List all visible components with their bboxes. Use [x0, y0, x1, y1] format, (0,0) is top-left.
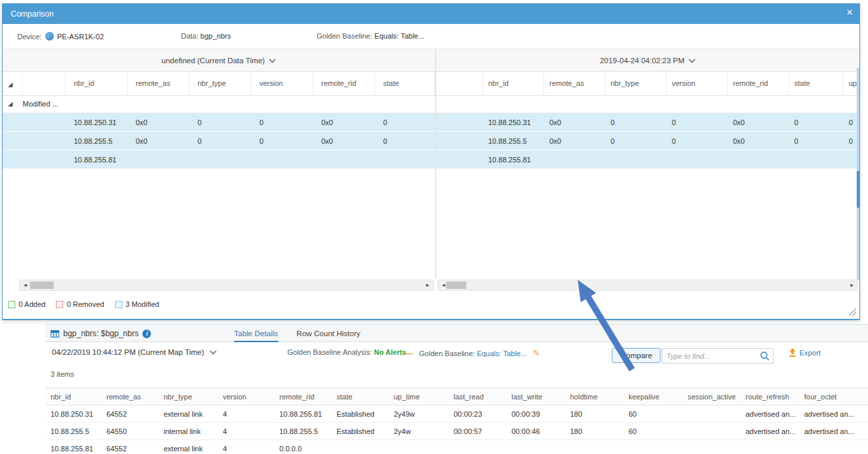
cell: [128, 150, 190, 168]
gb-value-link[interactable]: Equals: Table...: [477, 349, 527, 357]
cell: 60: [623, 423, 682, 440]
legend-removed: 0 Removed: [56, 300, 104, 308]
cell: [728, 150, 789, 168]
cell: [448, 440, 506, 454]
cell: [740, 440, 799, 454]
collapse-icon[interactable]: [3, 96, 23, 113]
table-row[interactable]: 10.88.255.81 64552 external link 4 0.0.0…: [45, 440, 868, 454]
cell: advertised an...: [740, 423, 799, 440]
column-header[interactable]: keepalive: [623, 387, 682, 405]
column-header[interactable]: nbr_id: [66, 72, 128, 95]
cell: [682, 423, 740, 440]
scrollbar-thumb[interactable]: [30, 282, 54, 289]
map-time-label: 04/22/2019 10:44:12 PM (Current Map Time…: [52, 348, 204, 356]
column-header[interactable]: state: [375, 72, 435, 95]
cell: [544, 150, 605, 168]
right-h-scrollbar[interactable]: ◄ ►: [438, 280, 858, 291]
group-row-modified[interactable]: Modified ...: [3, 96, 859, 113]
info-icon[interactable]: i: [142, 330, 151, 338]
scroll-left-icon[interactable]: ◄: [23, 282, 28, 288]
compare-button[interactable]: Compare: [612, 348, 660, 363]
cell: 0.0.0.0: [274, 440, 331, 454]
export-label: Export: [799, 349, 821, 357]
gb-analysis: Golden Baseline Analysis: No Alerts: [287, 348, 406, 356]
scroll-right-icon[interactable]: ►: [849, 282, 855, 288]
scrollbar-thumb[interactable]: [446, 282, 466, 289]
column-header[interactable]: remote_as: [128, 72, 190, 95]
panel-tabs: Table Details Row Count History: [234, 325, 361, 343]
panel-toolbar: 04/22/2019 10:44:12 PM (Current Map Time…: [45, 342, 868, 366]
close-icon[interactable]: ×: [847, 7, 853, 19]
scroll-left-icon[interactable]: ◄: [441, 282, 446, 288]
cell: 00:00:57: [448, 423, 506, 440]
column-header[interactable]: four_octet: [799, 387, 868, 405]
table-row[interactable]: 10.88.255.5 64550 internal link 4 10.88.…: [45, 423, 868, 440]
column-header[interactable]: up_time: [388, 387, 448, 405]
comparison-row[interactable]: 10.88.255.81 10.88.255.81: [3, 150, 859, 169]
left-time-selector[interactable]: undefined (Current Data Time): [3, 49, 435, 72]
tab-row-count-history[interactable]: Row Count History: [297, 325, 361, 343]
column-header[interactable]: version: [666, 72, 728, 95]
cell: 0: [251, 132, 313, 150]
resize-handle[interactable]: [848, 308, 856, 316]
cell: 10.88.255.5: [45, 423, 101, 440]
map-time-selector[interactable]: 04/22/2019 10:44:12 PM (Current Map Time…: [52, 348, 217, 356]
column-header[interactable]: remote_rid: [274, 387, 331, 405]
cell: 10.88.255.81: [274, 405, 331, 423]
cell: [251, 150, 313, 168]
column-header[interactable]: last_read: [448, 387, 506, 405]
cell: Established: [331, 423, 388, 440]
column-header[interactable]: version: [251, 72, 313, 95]
chevron-down-icon: [210, 350, 217, 355]
cell: 60: [623, 405, 682, 423]
legend-added: 0 Added: [8, 300, 45, 308]
column-header[interactable]: version: [217, 387, 274, 405]
search-icon[interactable]: [760, 351, 770, 361]
cell: 180: [565, 423, 623, 440]
cell: 0x0: [728, 113, 789, 131]
column-header[interactable]: nbr_id: [483, 72, 544, 95]
column-header[interactable]: state: [789, 72, 843, 95]
cell: [623, 440, 682, 454]
edit-pencil-icon[interactable]: ✎: [533, 348, 540, 358]
column-header[interactable]: remote_as: [544, 72, 605, 95]
column-header[interactable]: remote_rid: [728, 72, 789, 95]
left-h-scrollbar[interactable]: ◄ ►: [19, 280, 434, 291]
column-header[interactable]: remote_as: [101, 387, 158, 405]
scroll-right-icon[interactable]: ►: [425, 282, 430, 288]
dialog-title: Comparison: [11, 9, 54, 19]
column-header[interactable]: last_write: [506, 387, 565, 405]
column-header[interactable]: remote_rid: [313, 72, 375, 95]
search-input[interactable]: [666, 349, 753, 362]
column-header[interactable]: nbr_id: [45, 387, 101, 405]
cell: [388, 440, 448, 454]
table-details-panel: bgp_nbrs: $bgp_nbrs i Table Details Row …: [45, 324, 868, 454]
cell: 0: [375, 113, 435, 131]
cell: 4: [217, 423, 274, 440]
cell: 4: [217, 405, 274, 423]
column-header[interactable]: holdtime: [565, 387, 623, 405]
column-header[interactable]: nbr_type: [158, 387, 217, 405]
column-header[interactable]: route_refresh: [740, 387, 799, 405]
comparison-row[interactable]: 10.88.255.5 0x0 0 0 0x0 0 10.88.255.5 0x…: [3, 132, 859, 150]
column-header[interactable]: nbr_type: [190, 72, 251, 95]
table-header-row: nbr_id remote_as nbr_type version remote…: [45, 387, 868, 405]
table-row[interactable]: 10.88.250.31 64552 external link 4 10.88…: [45, 405, 868, 423]
cell: external link: [158, 440, 217, 454]
cell: 2y4w: [388, 423, 448, 440]
right-time-selector[interactable]: 2019-04-24 04:02:23 PM: [436, 49, 859, 72]
scrollbar-thumb[interactable]: [857, 171, 859, 208]
tab-table-details[interactable]: Table Details: [234, 325, 278, 343]
export-button[interactable]: Export: [789, 348, 821, 357]
gb-analysis-label: Golden Baseline Analysis:: [287, 348, 372, 356]
cell: 0x0: [544, 113, 605, 131]
right-v-scrollbar[interactable]: [857, 68, 859, 280]
column-header[interactable]: state: [331, 387, 388, 405]
column-header[interactable]: nbr_type: [605, 72, 666, 95]
comparison-row[interactable]: 10.88.250.31 0x0 0 0 0x0 0 10.88.250.31 …: [3, 113, 859, 132]
screen: Comparison × Device:PE-ASR1K-02 Data: bg…: [0, 0, 868, 454]
column-header[interactable]: session_active: [682, 387, 740, 405]
cell: 0x0: [544, 132, 605, 150]
column-header-blank: [23, 72, 66, 95]
sort-icon[interactable]: [3, 72, 23, 95]
